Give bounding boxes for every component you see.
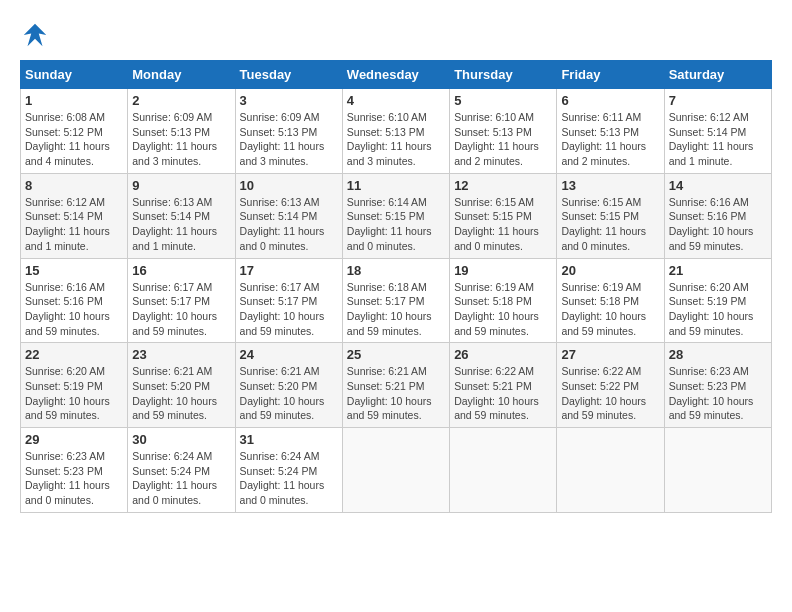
calendar-cell: 23Sunrise: 6:21 AMSunset: 5:20 PMDayligh… bbox=[128, 343, 235, 428]
day-info: Sunrise: 6:21 AMSunset: 5:20 PMDaylight:… bbox=[132, 364, 230, 423]
logo bbox=[20, 20, 54, 50]
calendar-table: SundayMondayTuesdayWednesdayThursdayFrid… bbox=[20, 60, 772, 513]
day-info: Sunrise: 6:10 AMSunset: 5:13 PMDaylight:… bbox=[347, 110, 445, 169]
calendar-cell: 5Sunrise: 6:10 AMSunset: 5:13 PMDaylight… bbox=[450, 89, 557, 174]
day-header-tuesday: Tuesday bbox=[235, 61, 342, 89]
day-info: Sunrise: 6:19 AMSunset: 5:18 PMDaylight:… bbox=[561, 280, 659, 339]
day-header-thursday: Thursday bbox=[450, 61, 557, 89]
calendar-cell: 18Sunrise: 6:18 AMSunset: 5:17 PMDayligh… bbox=[342, 258, 449, 343]
day-info: Sunrise: 6:21 AMSunset: 5:21 PMDaylight:… bbox=[347, 364, 445, 423]
day-info: Sunrise: 6:17 AMSunset: 5:17 PMDaylight:… bbox=[132, 280, 230, 339]
calendar-cell: 15Sunrise: 6:16 AMSunset: 5:16 PMDayligh… bbox=[21, 258, 128, 343]
calendar-cell: 21Sunrise: 6:20 AMSunset: 5:19 PMDayligh… bbox=[664, 258, 771, 343]
calendar-week-4: 22Sunrise: 6:20 AMSunset: 5:19 PMDayligh… bbox=[21, 343, 772, 428]
day-info: Sunrise: 6:13 AMSunset: 5:14 PMDaylight:… bbox=[240, 195, 338, 254]
day-info: Sunrise: 6:09 AMSunset: 5:13 PMDaylight:… bbox=[240, 110, 338, 169]
day-info: Sunrise: 6:24 AMSunset: 5:24 PMDaylight:… bbox=[132, 449, 230, 508]
calendar-header: SundayMondayTuesdayWednesdayThursdayFrid… bbox=[21, 61, 772, 89]
day-info: Sunrise: 6:16 AMSunset: 5:16 PMDaylight:… bbox=[669, 195, 767, 254]
day-number: 21 bbox=[669, 263, 767, 278]
calendar-cell: 26Sunrise: 6:22 AMSunset: 5:21 PMDayligh… bbox=[450, 343, 557, 428]
day-number: 20 bbox=[561, 263, 659, 278]
day-number: 14 bbox=[669, 178, 767, 193]
day-number: 7 bbox=[669, 93, 767, 108]
day-number: 18 bbox=[347, 263, 445, 278]
calendar-cell: 8Sunrise: 6:12 AMSunset: 5:14 PMDaylight… bbox=[21, 173, 128, 258]
day-info: Sunrise: 6:12 AMSunset: 5:14 PMDaylight:… bbox=[25, 195, 123, 254]
day-info: Sunrise: 6:13 AMSunset: 5:14 PMDaylight:… bbox=[132, 195, 230, 254]
calendar-cell bbox=[450, 428, 557, 513]
calendar-cell bbox=[342, 428, 449, 513]
day-info: Sunrise: 6:15 AMSunset: 5:15 PMDaylight:… bbox=[561, 195, 659, 254]
day-header-wednesday: Wednesday bbox=[342, 61, 449, 89]
day-info: Sunrise: 6:08 AMSunset: 5:12 PMDaylight:… bbox=[25, 110, 123, 169]
calendar-cell: 22Sunrise: 6:20 AMSunset: 5:19 PMDayligh… bbox=[21, 343, 128, 428]
calendar-cell bbox=[557, 428, 664, 513]
calendar-cell: 31Sunrise: 6:24 AMSunset: 5:24 PMDayligh… bbox=[235, 428, 342, 513]
calendar-cell: 30Sunrise: 6:24 AMSunset: 5:24 PMDayligh… bbox=[128, 428, 235, 513]
day-header-friday: Friday bbox=[557, 61, 664, 89]
calendar-cell: 27Sunrise: 6:22 AMSunset: 5:22 PMDayligh… bbox=[557, 343, 664, 428]
day-info: Sunrise: 6:16 AMSunset: 5:16 PMDaylight:… bbox=[25, 280, 123, 339]
day-info: Sunrise: 6:19 AMSunset: 5:18 PMDaylight:… bbox=[454, 280, 552, 339]
day-number: 28 bbox=[669, 347, 767, 362]
day-number: 13 bbox=[561, 178, 659, 193]
calendar-cell: 24Sunrise: 6:21 AMSunset: 5:20 PMDayligh… bbox=[235, 343, 342, 428]
calendar-cell: 4Sunrise: 6:10 AMSunset: 5:13 PMDaylight… bbox=[342, 89, 449, 174]
day-number: 2 bbox=[132, 93, 230, 108]
day-number: 25 bbox=[347, 347, 445, 362]
day-header-sunday: Sunday bbox=[21, 61, 128, 89]
day-number: 30 bbox=[132, 432, 230, 447]
day-info: Sunrise: 6:10 AMSunset: 5:13 PMDaylight:… bbox=[454, 110, 552, 169]
day-number: 6 bbox=[561, 93, 659, 108]
calendar-cell: 7Sunrise: 6:12 AMSunset: 5:14 PMDaylight… bbox=[664, 89, 771, 174]
day-number: 31 bbox=[240, 432, 338, 447]
day-number: 27 bbox=[561, 347, 659, 362]
day-number: 17 bbox=[240, 263, 338, 278]
logo-icon bbox=[20, 20, 50, 50]
day-number: 8 bbox=[25, 178, 123, 193]
day-info: Sunrise: 6:12 AMSunset: 5:14 PMDaylight:… bbox=[669, 110, 767, 169]
calendar-cell: 28Sunrise: 6:23 AMSunset: 5:23 PMDayligh… bbox=[664, 343, 771, 428]
day-info: Sunrise: 6:21 AMSunset: 5:20 PMDaylight:… bbox=[240, 364, 338, 423]
day-info: Sunrise: 6:17 AMSunset: 5:17 PMDaylight:… bbox=[240, 280, 338, 339]
day-info: Sunrise: 6:22 AMSunset: 5:22 PMDaylight:… bbox=[561, 364, 659, 423]
day-number: 22 bbox=[25, 347, 123, 362]
calendar-week-3: 15Sunrise: 6:16 AMSunset: 5:16 PMDayligh… bbox=[21, 258, 772, 343]
calendar-cell: 2Sunrise: 6:09 AMSunset: 5:13 PMDaylight… bbox=[128, 89, 235, 174]
day-number: 24 bbox=[240, 347, 338, 362]
calendar-cell: 10Sunrise: 6:13 AMSunset: 5:14 PMDayligh… bbox=[235, 173, 342, 258]
day-info: Sunrise: 6:20 AMSunset: 5:19 PMDaylight:… bbox=[25, 364, 123, 423]
calendar-cell: 16Sunrise: 6:17 AMSunset: 5:17 PMDayligh… bbox=[128, 258, 235, 343]
day-number: 23 bbox=[132, 347, 230, 362]
calendar-cell: 3Sunrise: 6:09 AMSunset: 5:13 PMDaylight… bbox=[235, 89, 342, 174]
day-number: 29 bbox=[25, 432, 123, 447]
calendar-cell bbox=[664, 428, 771, 513]
day-number: 3 bbox=[240, 93, 338, 108]
calendar-cell: 20Sunrise: 6:19 AMSunset: 5:18 PMDayligh… bbox=[557, 258, 664, 343]
calendar-cell: 1Sunrise: 6:08 AMSunset: 5:12 PMDaylight… bbox=[21, 89, 128, 174]
day-info: Sunrise: 6:23 AMSunset: 5:23 PMDaylight:… bbox=[25, 449, 123, 508]
page-header bbox=[20, 20, 772, 50]
calendar-week-1: 1Sunrise: 6:08 AMSunset: 5:12 PMDaylight… bbox=[21, 89, 772, 174]
calendar-cell: 29Sunrise: 6:23 AMSunset: 5:23 PMDayligh… bbox=[21, 428, 128, 513]
calendar-cell: 14Sunrise: 6:16 AMSunset: 5:16 PMDayligh… bbox=[664, 173, 771, 258]
day-number: 9 bbox=[132, 178, 230, 193]
calendar-cell: 6Sunrise: 6:11 AMSunset: 5:13 PMDaylight… bbox=[557, 89, 664, 174]
day-header-monday: Monday bbox=[128, 61, 235, 89]
day-number: 19 bbox=[454, 263, 552, 278]
day-info: Sunrise: 6:15 AMSunset: 5:15 PMDaylight:… bbox=[454, 195, 552, 254]
day-info: Sunrise: 6:18 AMSunset: 5:17 PMDaylight:… bbox=[347, 280, 445, 339]
day-info: Sunrise: 6:22 AMSunset: 5:21 PMDaylight:… bbox=[454, 364, 552, 423]
calendar-cell: 9Sunrise: 6:13 AMSunset: 5:14 PMDaylight… bbox=[128, 173, 235, 258]
day-number: 16 bbox=[132, 263, 230, 278]
day-info: Sunrise: 6:14 AMSunset: 5:15 PMDaylight:… bbox=[347, 195, 445, 254]
day-number: 5 bbox=[454, 93, 552, 108]
calendar-week-5: 29Sunrise: 6:23 AMSunset: 5:23 PMDayligh… bbox=[21, 428, 772, 513]
calendar-cell: 13Sunrise: 6:15 AMSunset: 5:15 PMDayligh… bbox=[557, 173, 664, 258]
day-number: 10 bbox=[240, 178, 338, 193]
day-number: 4 bbox=[347, 93, 445, 108]
calendar-cell: 19Sunrise: 6:19 AMSunset: 5:18 PMDayligh… bbox=[450, 258, 557, 343]
day-info: Sunrise: 6:11 AMSunset: 5:13 PMDaylight:… bbox=[561, 110, 659, 169]
day-number: 11 bbox=[347, 178, 445, 193]
